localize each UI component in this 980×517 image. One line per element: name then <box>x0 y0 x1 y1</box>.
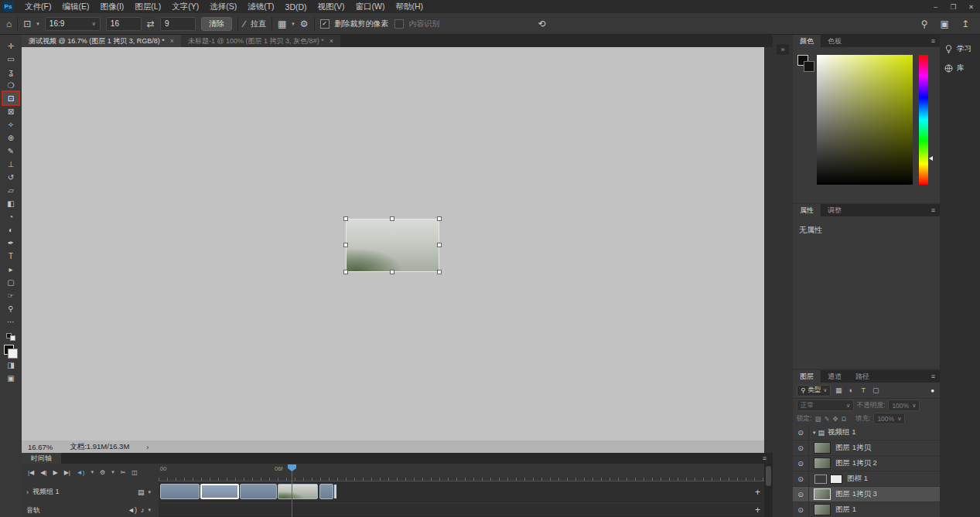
collapse-panels-icon[interactable]: » <box>777 44 789 55</box>
aspect-ratio-select[interactable]: 16:9 ∨ <box>45 17 101 31</box>
object-selection-tool[interactable]: ❍ <box>3 79 19 91</box>
crop-height-field[interactable]: 9 <box>160 17 196 31</box>
crop-handle-e[interactable] <box>437 243 442 247</box>
split-clip-scissors-icon[interactable]: ✂ <box>121 469 126 476</box>
menu-item-window[interactable]: 窗口(W) <box>350 0 391 13</box>
learn-button[interactable]: 学习 <box>940 39 980 59</box>
background-color-swatch[interactable] <box>804 61 814 72</box>
lasso-tool[interactable]: ʓ <box>3 66 19 78</box>
group-expand-caret-icon[interactable]: ▾ <box>813 430 816 436</box>
zoom-level-field[interactable]: 16.67% <box>28 443 53 451</box>
dodge-tool[interactable]: ◐ <box>3 223 19 236</box>
share-icon[interactable]: ↥ <box>961 19 969 29</box>
audio-track-lane[interactable] <box>159 503 764 517</box>
crop-handle-se[interactable] <box>437 270 442 274</box>
opacity-select[interactable]: 100% ∨ <box>888 400 920 411</box>
visibility-eye-icon[interactable]: ⊙ <box>793 440 809 455</box>
hue-slider[interactable] <box>919 55 928 185</box>
menu-item-file[interactable]: 文件(F) <box>19 0 56 13</box>
screen-mode-button[interactable]: ▣ <box>3 372 19 384</box>
layer-name[interactable]: 图层 1拷贝 <box>835 443 871 453</box>
first-frame-button[interactable]: |◀ <box>28 469 34 476</box>
lock-position-icon[interactable]: ✥ <box>833 415 838 423</box>
overlay-options-icon[interactable]: ▦ <box>278 19 286 29</box>
video-clip[interactable] <box>319 484 333 499</box>
clear-button[interactable]: 清除 <box>201 17 232 31</box>
tab-properties[interactable]: 属性 <box>793 204 821 216</box>
hand-tool[interactable]: ☞ <box>3 289 19 301</box>
layer-row[interactable]: ⊙ 图层 1拷贝 2 <box>793 456 940 471</box>
timeline-scrollbar[interactable] <box>764 464 773 517</box>
shape-layer-filter-icon[interactable]: ▢ <box>871 386 880 394</box>
transition-icon[interactable]: ◫ <box>131 469 138 476</box>
straighten-label[interactable]: 拉直 <box>251 19 266 29</box>
layer-row[interactable]: ⊙ 图层 1 <box>793 502 940 517</box>
visibility-eye-icon[interactable]: ⊙ <box>793 471 809 486</box>
video-clip-thumbnail[interactable] <box>278 484 318 499</box>
video-clip-selected[interactable] <box>200 484 239 499</box>
layer-name[interactable]: 图层 1拷贝 2 <box>835 458 877 468</box>
gradient-tool[interactable]: ◧ <box>3 197 19 209</box>
type-layer-filter-icon[interactable]: T <box>859 386 868 394</box>
add-media-button[interactable]: + <box>755 487 760 498</box>
restore-button[interactable]: ❐ <box>944 0 962 13</box>
home-icon[interactable]: ⌂ <box>6 19 12 29</box>
straighten-icon[interactable]: ∕ <box>244 19 245 29</box>
previous-frame-button[interactable]: ◀| <box>40 469 46 476</box>
menu-item-image[interactable]: 图像(I) <box>94 0 129 13</box>
chevron-down-icon[interactable]: ▾ <box>36 21 39 27</box>
crop-handle-sw[interactable] <box>343 270 348 274</box>
filter-toggle-icon[interactable]: ● <box>930 387 936 394</box>
video-track-label[interactable]: › 视频组 1 ▤ ▾ <box>22 481 159 502</box>
play-button[interactable]: ▶ <box>53 469 57 476</box>
crop-handle-nw[interactable] <box>343 216 348 221</box>
canvas-area[interactable] <box>22 47 764 440</box>
menu-item-edit[interactable]: 编辑(E) <box>56 0 94 13</box>
menu-item-3d[interactable]: 3D(D) <box>280 0 312 13</box>
layer-filter-type-select[interactable]: ⚲ 类型 ∨ <box>797 385 831 396</box>
reset-icon[interactable]: ⟲ <box>538 19 546 29</box>
tab-swatches[interactable]: 色板 <box>821 35 849 47</box>
libraries-button[interactable]: 库 <box>940 59 980 78</box>
video-clip[interactable] <box>240 484 277 499</box>
eraser-tool[interactable]: ▱ <box>3 184 19 196</box>
clip-end-handle[interactable] <box>334 485 336 498</box>
crop-handle-w[interactable] <box>343 243 348 247</box>
frame-tool[interactable]: ⊠ <box>3 105 19 117</box>
type-tool[interactable]: T <box>3 250 19 262</box>
close-tab-icon[interactable]: × <box>170 37 174 45</box>
visibility-eye-icon[interactable]: ⊙ <box>793 425 809 440</box>
background-color-swatch[interactable] <box>8 349 18 359</box>
panel-menu-icon[interactable]: ≡ <box>927 370 940 383</box>
crop-handle-n[interactable] <box>390 216 394 221</box>
crop-tool[interactable]: ⊡ <box>3 92 19 104</box>
tab-layers[interactable]: 图层 <box>793 370 821 383</box>
pen-tool[interactable]: ✒ <box>3 236 19 249</box>
foreground-background-swatches[interactable] <box>4 345 18 359</box>
speaker-icon[interactable]: ◄) <box>128 506 137 514</box>
timeline-ruler[interactable]: 00 06f <box>159 464 764 481</box>
tab-adjustments[interactable]: 调整 <box>821 204 849 216</box>
layer-row[interactable]: ⊙ 图层 1拷贝 <box>793 440 940 456</box>
status-chevron-icon[interactable]: › <box>146 443 149 451</box>
eyedropper-tool[interactable]: ✧ <box>3 118 19 131</box>
menu-item-filter[interactable]: 滤镜(T) <box>242 0 279 13</box>
lock-transparency-icon[interactable]: ▨ <box>814 415 821 423</box>
panel-menu-icon[interactable]: ≡ <box>927 35 940 47</box>
pixel-layer-filter-icon[interactable]: ▦ <box>834 386 843 394</box>
layer-name[interactable]: 图层 1 <box>835 505 856 515</box>
close-tab-icon[interactable]: × <box>330 37 333 45</box>
timeline-tab[interactable]: 时间轴 <box>22 453 61 464</box>
audio-mute-button[interactable]: ◄) <box>77 469 85 476</box>
hue-slider-marker[interactable] <box>929 156 933 161</box>
menu-item-help[interactable]: 帮助(H) <box>391 0 429 13</box>
adjustment-layer-filter-icon[interactable]: ◐ <box>846 386 855 394</box>
brush-tool[interactable]: ✎ <box>3 145 19 157</box>
zoom-tool[interactable]: ⚲ <box>3 302 19 315</box>
menu-item-layer[interactable]: 图层(L) <box>129 0 166 13</box>
layer-group-row[interactable]: ⊙ ▾ ▤ 视频组 1 <box>793 425 940 440</box>
tab-paths[interactable]: 路径 <box>849 370 876 383</box>
next-frame-button[interactable]: ▶| <box>64 469 70 476</box>
crop-width-field[interactable]: 16 <box>106 17 142 31</box>
expand-chevron-icon[interactable]: › <box>26 488 29 496</box>
